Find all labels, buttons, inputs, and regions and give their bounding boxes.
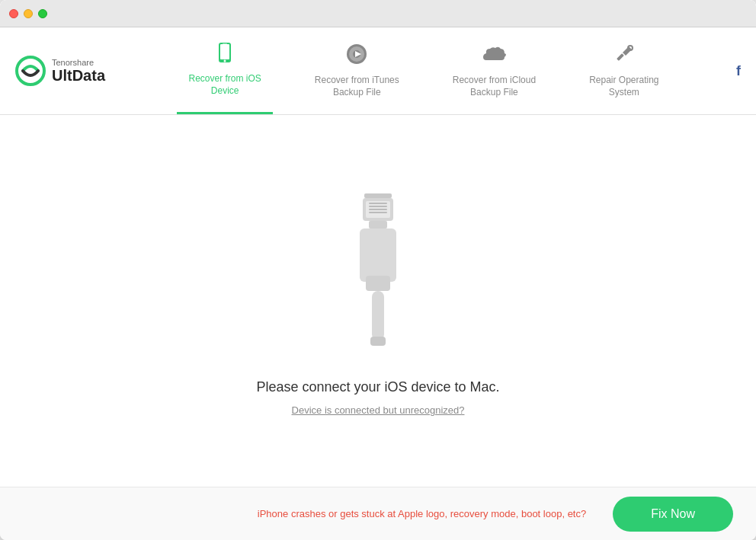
tab-ios-device[interactable]: Recover from iOSDevice [177,27,272,114]
minimize-button[interactable] [24,9,33,18]
icloud-icon [482,43,506,70]
tab-icloud-backup[interactable]: Recover from iCloudBackup File [441,27,547,114]
tab-repair-label: Repair OperatingSystem [589,75,658,98]
cable-svg [332,186,424,353]
svg-rect-17 [366,276,390,291]
svg-rect-22 [369,209,387,210]
logo-text: Tenorshare UltData [52,58,105,84]
close-button[interactable] [9,9,18,18]
svg-rect-2 [220,44,229,59]
header: Tenorshare UltData Recover from iOSDevic… [0,27,756,115]
device-illustration [332,186,424,356]
svg-rect-15 [369,221,387,228]
main-window: Tenorshare UltData Recover from iOSDevic… [0,0,756,540]
logo: Tenorshare UltData [15,56,130,86]
svg-rect-19 [370,337,386,346]
logo-brand: Tenorshare [52,58,105,67]
maximize-button[interactable] [38,9,47,18]
repair-icon [613,43,635,70]
nav-tabs: Recover from iOSDevice Recover from iTun… [130,27,718,114]
traffic-lights [9,9,47,18]
svg-rect-12 [364,193,392,198]
svg-rect-16 [360,228,396,282]
main-content: Please connect your iOS device to Mac. D… [0,115,756,487]
svg-rect-20 [369,203,387,204]
logo-icon [15,56,46,86]
svg-point-3 [224,60,226,62]
tab-itunes-label: Recover from iTunesBackup File [315,75,399,98]
ios-device-icon [214,42,235,69]
svg-rect-18 [372,291,384,340]
tab-ios-device-label: Recover from iOSDevice [188,73,261,97]
connect-message: Please connect your iOS device to Mac. [256,379,499,395]
svg-rect-4 [223,43,227,44]
footer-bar: iPhone crashes or gets stuck at Apple lo… [0,487,756,540]
logo-name: UltData [52,67,105,84]
fix-now-button[interactable]: Fix Now [613,497,733,532]
svg-point-0 [17,57,44,85]
svg-rect-21 [369,206,387,207]
facebook-icon[interactable]: f [718,63,741,79]
footer-message: iPhone crashes or gets stuck at Apple lo… [23,508,597,519]
title-bar [0,0,756,27]
unrecognized-link[interactable]: Device is connected but unrecognized? [292,404,465,416]
tab-icloud-label: Recover from iCloudBackup File [453,75,536,98]
tab-itunes-backup[interactable]: Recover from iTunesBackup File [303,27,411,114]
itunes-icon [346,43,367,70]
tab-repair-os[interactable]: Repair OperatingSystem [578,27,670,114]
svg-rect-10 [617,53,624,61]
svg-rect-23 [369,212,387,213]
